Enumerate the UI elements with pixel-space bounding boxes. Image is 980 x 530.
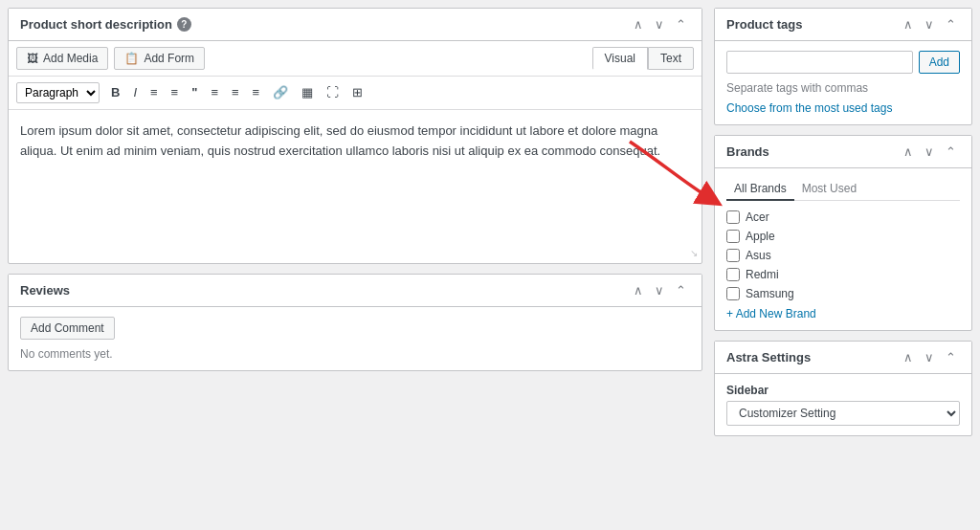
reviews-title: Reviews (20, 283, 70, 298)
align-center-button[interactable]: ≡ (226, 81, 245, 104)
italic-button[interactable]: I (127, 81, 143, 104)
add-form-button[interactable]: 📋 Add Form (114, 47, 205, 70)
reviews-controls: ∧ ∨ ⌃ (630, 282, 690, 298)
resize-handle[interactable]: ↘ (690, 246, 698, 261)
brands-tabs: All Brands Most Used (726, 178, 960, 201)
add-comment-button[interactable]: Add Comment (20, 317, 115, 340)
add-new-brand-link[interactable]: + Add New Brand (726, 307, 816, 320)
brand-checkbox[interactable] (726, 210, 740, 224)
brand-checkbox[interactable] (726, 268, 740, 281)
add-media-button[interactable]: 🖼 Add Media (16, 47, 108, 70)
ordered-list-button[interactable]: ≡ (166, 81, 185, 104)
brand-item: Asus (726, 249, 960, 262)
brands-collapse-down-button[interactable]: ∨ (921, 144, 938, 160)
astra-settings-title-text: Astra Settings (726, 350, 811, 364)
reviews-header: Reviews ∧ ∨ ⌃ (9, 275, 702, 307)
form-icon: 📋 (124, 52, 139, 65)
brand-item: Redmi (726, 268, 960, 281)
brands-most-used-tab[interactable]: Most Used (794, 178, 864, 201)
editor-body[interactable]: Lorem ipsum dolor sit amet, consectetur … (9, 110, 702, 263)
visual-view-button[interactable]: Visual (592, 47, 648, 70)
astra-controls: ∧ ∨ ⌃ (900, 349, 960, 365)
brands-list: AcerAppleAsusRedmiSamsung (726, 210, 960, 300)
most-used-tags-link[interactable]: Choose from the most used tags (726, 101, 892, 115)
collapse-up-button[interactable]: ∧ (630, 16, 647, 33)
brand-item: Apple (726, 230, 960, 243)
product-tags-title-text: Product tags (726, 17, 802, 32)
astra-toggle-button[interactable]: ⌃ (942, 349, 960, 365)
editor-content: Lorem ipsum dolor sit amet, consectetur … (20, 121, 690, 162)
tags-hint: Separate tags with commas (726, 81, 960, 95)
image-icon: 🖼 (27, 52, 38, 65)
brands-all-tab[interactable]: All Brands (726, 178, 794, 201)
reviews-panel: Reviews ∧ ∨ ⌃ Add Comment No comments ye… (8, 274, 702, 371)
brand-label: Acer (746, 210, 769, 224)
table-button[interactable]: ⊞ (346, 81, 368, 104)
reviews-body: Add Comment No comments yet. (9, 307, 702, 370)
insert-button[interactable]: ▦ (296, 81, 319, 104)
editor-toolbar-top: 🖼 Add Media 📋 Add Form Visual Text (9, 41, 702, 77)
product-description-title: Product short description ? (20, 17, 191, 32)
brands-header: Brands ∧ ∨ ⌃ (715, 136, 971, 168)
brands-title-text: Brands (726, 144, 769, 159)
product-description-title-text: Product short description (20, 17, 172, 32)
astra-collapse-up-button[interactable]: ∧ (900, 349, 917, 365)
reviews-collapse-up-button[interactable]: ∧ (630, 282, 647, 298)
blockquote-button[interactable]: " (186, 81, 203, 104)
text-view-button[interactable]: Text (648, 47, 694, 70)
brand-checkbox[interactable] (726, 287, 740, 300)
align-right-button[interactable]: ≡ (247, 81, 266, 104)
astra-settings-panel: Astra Settings ∧ ∨ ⌃ Sidebar Customizer … (714, 341, 972, 436)
add-form-label: Add Form (144, 52, 194, 65)
astra-settings-header: Astra Settings ∧ ∨ ⌃ (715, 342, 971, 374)
tags-collapse-up-button[interactable]: ∧ (900, 16, 917, 33)
no-comments-text: No comments yet. (20, 347, 690, 361)
product-tags-title: Product tags (726, 17, 802, 32)
info-icon: ? (177, 17, 191, 32)
link-button[interactable]: 🔗 (267, 81, 294, 104)
brands-controls: ∧ ∨ ⌃ (900, 144, 960, 160)
fullscreen-button[interactable]: ⛶ (321, 81, 345, 104)
reviews-title-text: Reviews (20, 283, 70, 298)
product-tags-header: Product tags ∧ ∨ ⌃ (715, 9, 971, 41)
product-tags-panel: Product tags ∧ ∨ ⌃ Add Separate tags wit… (714, 8, 972, 125)
tags-collapse-down-button[interactable]: ∨ (921, 16, 938, 33)
brand-label: Apple (746, 230, 775, 243)
brand-label: Redmi (746, 268, 779, 281)
reviews-toggle-button[interactable]: ⌃ (672, 282, 690, 298)
toggle-button[interactable]: ⌃ (672, 16, 690, 33)
collapse-down-button[interactable]: ∨ (651, 16, 668, 33)
panel-controls: ∧ ∨ ⌃ (630, 16, 690, 33)
brand-label: Asus (746, 249, 771, 262)
brands-title: Brands (726, 144, 769, 159)
add-media-label: Add Media (43, 52, 98, 65)
bold-button[interactable]: B (105, 81, 125, 104)
paragraph-select[interactable]: Paragraph (16, 82, 100, 103)
astra-body: Sidebar Customizer SettingDefaultLeft Si… (715, 374, 971, 435)
brands-toggle-button[interactable]: ⌃ (942, 144, 960, 160)
brand-checkbox[interactable] (726, 230, 740, 243)
align-left-button[interactable]: ≡ (205, 81, 224, 104)
sidebar-label: Sidebar (726, 384, 960, 397)
brand-label: Samsung (746, 287, 794, 300)
tags-body: Add Separate tags with commas Choose fro… (715, 41, 971, 124)
brands-body: All Brands Most Used AcerAppleAsusRedmiS… (715, 168, 971, 330)
unordered-list-button[interactable]: ≡ (145, 81, 164, 104)
product-description-panel: Product short description ? ∧ ∨ ⌃ 🖼 Add … (8, 8, 702, 264)
astra-settings-title: Astra Settings (726, 350, 811, 364)
astra-collapse-down-button[interactable]: ∨ (921, 349, 938, 365)
editor-format-bar: Paragraph B I ≡ ≡ " ≡ ≡ ≡ 🔗 ▦ ⛶ ⊞ (9, 77, 702, 110)
tags-toggle-button[interactable]: ⌃ (942, 16, 960, 33)
sidebar-select[interactable]: Customizer SettingDefaultLeft SidebarRig… (726, 401, 960, 426)
tags-input[interactable] (726, 51, 913, 74)
tags-controls: ∧ ∨ ⌃ (900, 16, 960, 33)
brands-panel: Brands ∧ ∨ ⌃ All Brands Most Used AcerAp… (714, 135, 972, 331)
reviews-collapse-down-button[interactable]: ∨ (651, 282, 668, 298)
brand-checkbox[interactable] (726, 249, 740, 262)
brand-item: Acer (726, 210, 960, 224)
product-description-header: Product short description ? ∧ ∨ ⌃ (9, 9, 702, 41)
editor-action-buttons: 🖼 Add Media 📋 Add Form (16, 47, 205, 70)
tags-add-button[interactable]: Add (919, 51, 960, 74)
astra-sidebar-row: Sidebar Customizer SettingDefaultLeft Si… (726, 384, 960, 426)
brands-collapse-up-button[interactable]: ∧ (900, 144, 917, 160)
